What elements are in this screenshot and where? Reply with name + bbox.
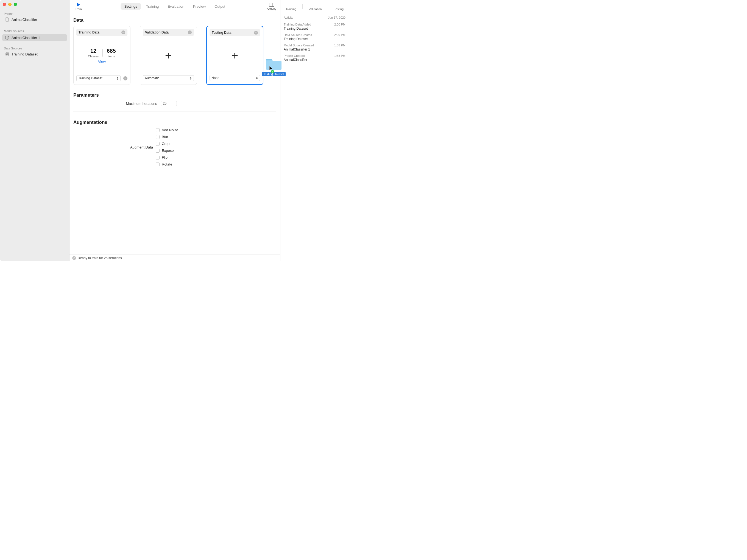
validation-card-options-icon[interactable]: ⋯ [188, 30, 192, 34]
validation-data-select[interactable]: Automatic ▴▾ [143, 75, 194, 81]
metric-validation: – Validation [309, 2, 322, 11]
activity-metrics-row: – Training – Validation – Testing [280, 0, 349, 13]
parameters-section-title: Parameters [73, 92, 276, 98]
status-bar: ✓ Ready to train for 25 iterations [70, 254, 280, 261]
metric-testing-label: Testing [334, 7, 343, 11]
updown-icon: ▴▾ [255, 76, 258, 80]
validation-card-title: Validation Data [145, 30, 169, 34]
activity-item-detail: AnimalClassifier 1 [284, 48, 345, 51]
training-card-title: Training Data [79, 30, 99, 34]
metric-testing-value: – [338, 2, 340, 7]
status-text: Ready to train for 25 iterations [78, 256, 122, 260]
training-data-select[interactable]: Training Dataset ▴▾ [76, 75, 121, 81]
updown-icon: ▴▾ [189, 77, 192, 80]
sidebar-header-data-label: Data Sources [4, 47, 22, 50]
testing-card-header: Testing Data ⋯ [209, 29, 260, 36]
sidebar-item-data-source[interactable]: Training Dataset [2, 51, 67, 57]
training-card-header: Training Data ⋯ [76, 29, 127, 36]
activity-item-detail: Training Dataset [284, 37, 345, 41]
validation-select-value: Automatic [145, 76, 159, 80]
stat-separator [102, 49, 103, 57]
checkbox-blur[interactable] [156, 135, 159, 139]
sidebar-header-model-sources: Model Sources ＋ [0, 27, 69, 34]
plus-icon: + [165, 49, 172, 62]
database-icon [5, 52, 9, 56]
train-button[interactable]: Train [75, 2, 82, 11]
maximize-window-button[interactable] [14, 3, 17, 6]
activity-item: Model Source Created1:58 PM AnimalClassi… [284, 42, 345, 53]
activity-item: Data Source Created2:00 PM Training Data… [284, 32, 345, 42]
metric-training: – Training [286, 2, 296, 11]
activity-list: Training Data Added2:00 PM Training Data… [280, 21, 349, 64]
training-data-card: Training Data ⋯ 12 Classes [73, 26, 130, 85]
svg-rect-1 [269, 3, 274, 7]
data-section-title: Data [73, 18, 276, 23]
testing-data-card: Testing Data ⋯ + None ▴▾ [206, 26, 263, 85]
activity-toggle-button[interactable]: Activity [267, 2, 276, 10]
checkbox-flip[interactable] [156, 156, 159, 159]
main-pane: Train Settings Training Evaluation Previ… [69, 0, 280, 261]
max-iterations-input[interactable] [161, 101, 177, 106]
plus-icon: + [232, 49, 238, 62]
aug-rotate-label: Rotate [162, 162, 172, 166]
close-window-button[interactable] [3, 3, 6, 6]
checkbox-crop[interactable] [156, 142, 159, 146]
aug-flip-label: Flip [162, 155, 168, 159]
minimize-window-button[interactable] [8, 3, 11, 6]
tab-output[interactable]: Output [211, 3, 229, 9]
training-view-link[interactable]: View [98, 59, 106, 64]
tab-preview[interactable]: Preview [189, 3, 209, 9]
validation-drop-area[interactable]: + [143, 36, 194, 75]
tab-settings[interactable]: Settings [121, 3, 141, 9]
validation-data-card: Validation Data ⋯ + Automatic ▴▾ [140, 26, 197, 85]
sidebar-header-project: Project [0, 10, 69, 16]
aug-add-noise-label: Add Noise [162, 128, 178, 132]
training-select-value: Training Dataset [78, 76, 102, 80]
training-card-options-icon[interactable]: ⋯ [121, 30, 125, 34]
testing-select-value: None [211, 76, 220, 80]
activity-header: Activity Jun 17, 2020 [280, 13, 349, 21]
activity-item-time: 1:58 PM [334, 54, 345, 57]
add-model-source-button[interactable]: ＋ [62, 29, 66, 33]
activity-header-label: Activity [284, 16, 293, 19]
tab-training[interactable]: Training [142, 3, 162, 9]
aug-crop-label: Crop [162, 142, 170, 146]
activity-item-title: Project Created [284, 54, 305, 57]
sidebar-item-project[interactable]: AnimalClassifier [2, 16, 67, 23]
aug-blur-label: Blur [162, 135, 168, 139]
checkbox-expose[interactable] [156, 149, 159, 153]
testing-drop-area[interactable]: + [209, 36, 260, 75]
activity-item-title: Training Data Added [284, 23, 311, 26]
metric-training-label: Training [286, 7, 296, 11]
metric-testing: – Testing [334, 2, 343, 11]
training-classes-label: Classes [88, 55, 99, 58]
section-divider [73, 111, 276, 111]
activity-item-time: 2:00 PM [334, 23, 345, 26]
svg-rect-2 [272, 3, 274, 7]
metric-validation-label: Validation [309, 7, 322, 11]
window-traffic-lights [3, 3, 17, 6]
cube-icon [5, 35, 9, 40]
activity-item-time: 2:00 PM [334, 33, 345, 36]
validation-card-header: Validation Data ⋯ [143, 29, 194, 36]
training-items-label: Items [107, 55, 115, 58]
tab-evaluation[interactable]: Evaluation [164, 3, 188, 9]
testing-data-select[interactable]: None ▴▾ [209, 75, 260, 81]
activity-item-title: Data Source Created [284, 33, 312, 36]
sidebar-item-model-source[interactable]: AnimalClassifier 1 [2, 34, 67, 41]
checkbox-rotate[interactable] [156, 162, 159, 166]
activity-item-time: 1:58 PM [334, 44, 345, 47]
testing-card-options-icon[interactable]: ⋯ [254, 31, 258, 34]
train-label: Train [75, 7, 82, 11]
metric-separator [302, 4, 303, 9]
activity-item-detail: AnimalClassifier [284, 58, 345, 62]
activity-item-title: Model Source Created [284, 44, 314, 47]
sidebar-header-project-label: Project [4, 12, 13, 16]
activity-item: Training Data Added2:00 PM Training Data… [284, 21, 345, 32]
activity-pane: – Training – Validation – Testing Activi… [280, 0, 349, 261]
checkbox-add-noise[interactable] [156, 128, 159, 132]
go-to-training-data-icon[interactable]: → [123, 76, 127, 80]
status-check-icon: ✓ [72, 256, 76, 260]
sidebar-model-source-label: AnimalClassifier 1 [11, 36, 40, 40]
testing-card-title: Testing Data [212, 31, 231, 34]
